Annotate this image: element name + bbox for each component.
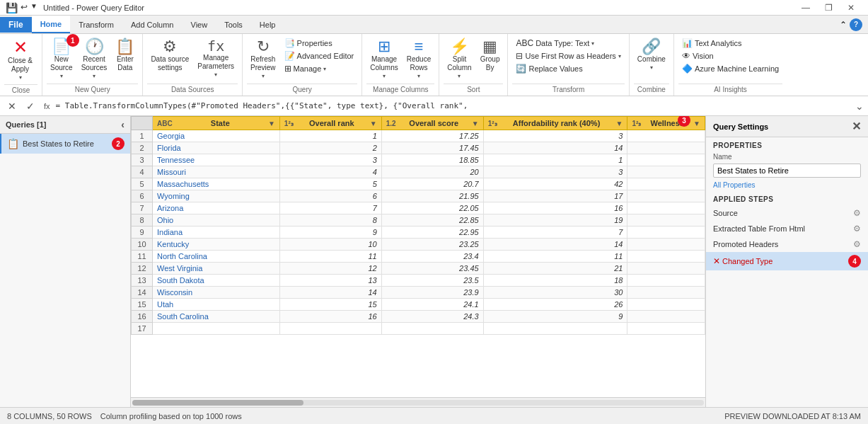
manage-columns-dropdown[interactable]: ▾ (383, 73, 386, 79)
data-type-dropdown[interactable]: ▾ (591, 40, 594, 47)
tab-add-column[interactable]: Add Column (122, 16, 183, 33)
rank-cell: 5 (279, 178, 381, 190)
query-item-best-states[interactable]: 📋 Best States to Retire 2 (0, 134, 130, 154)
query-settings-header: Query Settings ✕ (706, 116, 868, 137)
score-cell: 23.45 (381, 263, 483, 275)
azure-ml-button[interactable]: 🔷 Azure Machine Learning (678, 62, 782, 75)
file-tab[interactable]: File (0, 17, 32, 33)
vision-button[interactable]: 👁 Vision (678, 50, 782, 62)
reduce-rows-button[interactable]: ≡ ReduceRows ▾ (403, 37, 434, 81)
formula-input[interactable] (56, 101, 852, 110)
step-source-gear[interactable]: ⚙ (853, 208, 861, 218)
dropdown-icon[interactable]: ▼ (30, 2, 37, 13)
step-extracted-label: Extracted Table From Html (713, 224, 805, 233)
maximize-btn[interactable]: ❐ (817, 0, 840, 16)
enter-data-button[interactable]: 📋 EnterData (112, 37, 138, 74)
manage-button[interactable]: ⊞ Manage ▾ (281, 62, 358, 75)
close-apply-dropdown[interactable]: ▾ (19, 74, 22, 81)
formula-expand-btn[interactable]: ⌄ (855, 101, 864, 112)
use-first-row-button[interactable]: ⊟ Use First Row as Headers ▾ (512, 50, 624, 62)
tab-tools[interactable]: Tools (216, 16, 251, 33)
annotation-1: 1 (66, 34, 79, 47)
manage-columns-button[interactable]: ⊞ ManageColumns ▾ (366, 37, 401, 81)
tab-home[interactable]: Home (32, 16, 71, 33)
step-promoted-gear[interactable]: ⚙ (853, 239, 861, 249)
properties-label: Properties (297, 39, 332, 47)
tab-view[interactable]: View (183, 16, 216, 33)
score-cell: 18.85 (381, 154, 483, 166)
table-row: 2 Florida 2 17.45 14 (132, 142, 705, 154)
score-filter-icon[interactable]: ▼ (472, 120, 479, 127)
help-button[interactable]: ? (850, 18, 862, 31)
combine-dropdown[interactable]: ▾ (650, 64, 653, 71)
step-extracted-gear[interactable]: ⚙ (853, 224, 861, 234)
main-content: Queries [1] ‹ 📋 Best States to Retire 2 … (0, 116, 868, 407)
manage-params-dropdown[interactable]: ▾ (214, 71, 217, 78)
name-prop-input[interactable] (713, 164, 861, 178)
replace-values-button[interactable]: 🔄 Replace Values (512, 62, 624, 75)
rank-cell: 15 (279, 299, 381, 311)
step-source[interactable]: Source ⚙ (706, 205, 868, 221)
recent-sources-dropdown[interactable]: ▾ (93, 73, 96, 79)
row-num-cell: 1 (132, 130, 153, 142)
new-source-dropdown[interactable]: ▾ (60, 73, 63, 79)
table-row: 9 Indiana 9 22.95 7 (132, 227, 705, 239)
afford-filter-icon[interactable]: ▼ (616, 120, 623, 127)
combine-button[interactable]: 🔗 Combine ▾ (634, 37, 669, 73)
all-properties-link[interactable]: All Properties (706, 179, 868, 191)
horizontal-scrollbar[interactable] (131, 397, 705, 407)
data-table: ABC State ▼ 1²₃ Overall rank ▼ (131, 116, 705, 335)
group-by-button[interactable]: ▦ GroupBy (477, 37, 504, 74)
affordability-col-header: 1²₃ Affordability rank (40%) ▼ (483, 117, 627, 130)
recent-sources-button[interactable]: 🕐 RecentSources ▾ (78, 37, 111, 81)
step-promoted-headers[interactable]: Promoted Headers ⚙ (706, 236, 868, 252)
data-source-settings-button[interactable]: ⚙ Data sourcesettings (147, 37, 192, 74)
data-type-button[interactable]: ABC Data Type: Text ▾ (512, 37, 624, 50)
row-num-cell: 10 (132, 239, 153, 251)
row-num-cell: 14 (132, 287, 153, 299)
minimize-btn[interactable]: — (794, 0, 817, 16)
save-icon[interactable]: 💾 (6, 2, 18, 13)
close-window-btn[interactable]: ✕ (840, 0, 862, 16)
undo-icon[interactable]: ↩ (21, 2, 28, 13)
combine-group-label: Combine (634, 84, 669, 96)
split-column-button[interactable]: ⚡ SplitColumn ▾ (444, 37, 475, 81)
ribbon-collapse-icon[interactable]: ⌃ (840, 20, 847, 30)
right-panel: Query Settings ✕ PROPERTIES Name All Pro… (705, 116, 868, 407)
split-dropdown[interactable]: ▾ (458, 73, 461, 79)
wellness-filter-icon[interactable]: ▼ (693, 120, 700, 127)
refresh-dropdown[interactable]: ▾ (262, 73, 265, 79)
wellness-cell (627, 287, 705, 299)
properties-icon: 📑 (284, 38, 295, 48)
h-scroll-track[interactable] (132, 400, 704, 406)
tab-help[interactable]: Help (251, 16, 284, 33)
combine-icon: 🔗 (642, 39, 661, 55)
ribbon-group-combine: 🔗 Combine ▾ Combine (630, 34, 674, 96)
advanced-editor-button[interactable]: 📝 Advanced Editor (281, 50, 358, 62)
close-apply-button[interactable]: ✕ Close &Apply ▾ (4, 37, 36, 83)
grid-scroll[interactable]: ABC State ▼ 1²₃ Overall rank ▼ (131, 116, 705, 397)
new-query-content: 📄 NewSource ▾ 1 🕐 RecentSources ▾ 📋 Ente… (47, 37, 138, 82)
ribbon-nav-right: ⌃ ? (840, 18, 868, 31)
step-changed-type[interactable]: ✕ Changed Type 4 (706, 252, 868, 270)
text-analytics-button[interactable]: 📊 Text Analytics (678, 37, 782, 50)
manage-parameters-button[interactable]: fx ManageParameters ▾ (194, 37, 238, 80)
tab-transform[interactable]: Transform (70, 16, 122, 33)
formula-confirm-btn[interactable]: ✓ (23, 98, 38, 114)
state-filter-icon[interactable]: ▼ (268, 120, 275, 127)
formula-bar: ✕ ✓ fx ⌄ (0, 96, 868, 116)
refresh-preview-button[interactable]: ↻ RefreshPreview ▾ (247, 37, 279, 81)
formula-cancel-btn[interactable]: ✕ (4, 98, 20, 114)
rank-filter-icon[interactable]: ▼ (370, 120, 377, 127)
query-settings-close-btn[interactable]: ✕ (852, 120, 861, 133)
first-row-dropdown[interactable]: ▾ (618, 53, 621, 59)
properties-button[interactable]: 📑 Properties (281, 37, 358, 50)
new-source-button[interactable]: 📄 NewSource ▾ 1 (47, 37, 76, 81)
score-cell: 20 (381, 166, 483, 178)
step-extracted-table[interactable]: Extracted Table From Html ⚙ (706, 221, 868, 236)
panel-collapse-btn[interactable]: ‹ (121, 119, 125, 130)
manage-icon: ⊞ (284, 64, 291, 74)
reduce-rows-dropdown[interactable]: ▾ (417, 73, 420, 79)
manage-dropdown[interactable]: ▾ (323, 66, 326, 72)
h-scroll-thumb[interactable] (132, 400, 303, 406)
